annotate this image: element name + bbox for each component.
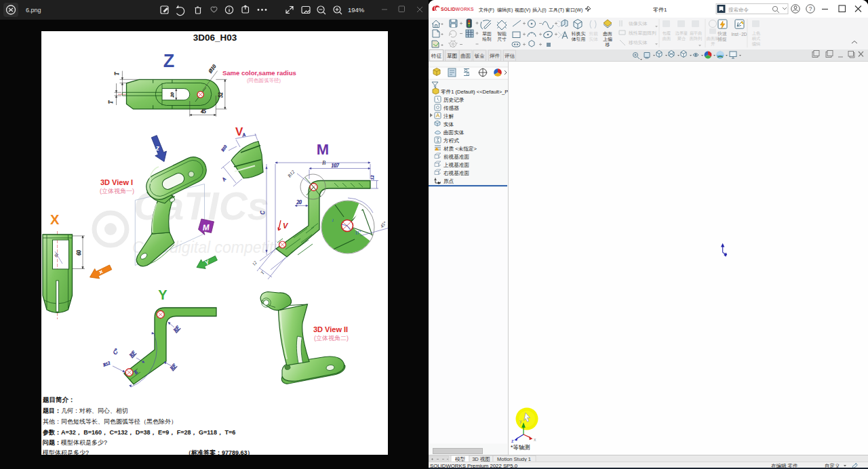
svg-text:A: A [220,176,227,183]
svg-text:其他：同色短线等长、同色圆弧等径（黑色除外）: 其他：同色短线等长、同色圆弧等径（黑色除外） [43,418,177,425]
svg-text:文件(F): 文件(F) [479,7,494,13]
svg-text:60: 60 [76,250,82,256]
svg-text:绘制: 绘制 [482,37,492,42]
svg-text:线性草图阵列: 线性草图阵列 [629,30,656,36]
svg-text:编辑: 编辑 [752,41,761,46]
svg-text:历史记录: 历史记录 [443,97,465,103]
svg-text:?: ? [809,5,812,12]
svg-text:实体: 实体 [443,121,454,127]
svg-text:快速: 快速 [717,31,727,36]
svg-text:RF: RF [168,363,178,372]
svg-text:曲面: 曲面 [460,53,471,59]
svg-text:视图(V): 视图(V) [515,7,530,13]
svg-text:注解: 注解 [443,113,454,119]
svg-text:Z: Z [163,51,175,71]
svg-text:原点: 原点 [443,178,454,184]
svg-text:草图: 草图 [482,31,492,37]
svg-text:模型体积是多少?: 模型体积是多少? [42,449,89,455]
svg-text:柄式: 柄式 [752,36,760,41]
svg-text:12: 12 [370,175,375,180]
svg-text:材质 <未指定>: 材质 <未指定> [443,146,477,152]
svg-text:3D View I: 3D View I [100,178,133,186]
svg-text:零件1: 零件1 [653,7,667,13]
svg-text:6.png: 6.png [26,7,41,14]
svg-text:传感器: 传感器 [443,105,459,111]
svg-text:题目：几何：对称、同心、相切: 题目：几何：对称、同心、相切 [42,407,128,414]
svg-text:R12: R12 [102,360,111,367]
svg-text:包覆: 包覆 [663,30,671,36]
svg-text:窗口(W): 窗口(W) [566,7,583,13]
svg-text:上偏: 上偏 [603,37,612,42]
svg-text:聚合: 聚合 [677,36,686,41]
svg-text:*等轴测: *等轴测 [511,444,530,451]
svg-text:转换实: 转换实 [572,31,586,37]
svg-text:零件1 (Default) <<Default>_PH: 零件1 (Default) <<Default>_PH [441,89,508,95]
svg-text:R12: R12 [286,169,296,179]
svg-text:1: 1 [332,218,334,223]
svg-text:前视基准面: 前视基准面 [443,154,469,160]
svg-text:评估: 评估 [505,53,515,59]
svg-text:20: 20 [170,92,175,98]
svg-text:尺寸: 尺寸 [497,37,507,42]
svg-text:X: X [50,212,60,227]
svg-text:捕捉: 捕捉 [717,37,727,42]
svg-text:插入(I): 插入(I) [532,7,547,13]
svg-text:z: z [511,439,514,443]
svg-text:3D View II: 3D View II [313,325,348,333]
svg-text:镜像实体: 镜像实体 [628,21,647,26]
svg-text:面阵列: 面阵列 [690,36,703,41]
svg-text:3D06_H03: 3D06_H03 [193,33,237,43]
svg-text:编辑(E): 编辑(E) [497,7,513,13]
svg-text:焊件: 焊件 [490,53,500,59]
svg-text:z: z [155,144,159,152]
svg-text:V: V [283,222,289,230]
svg-text:T: T [108,100,114,104]
svg-text:45°: 45° [379,220,388,229]
svg-text:智能: 智能 [497,31,507,37]
svg-text:Inst··2D: Inst··2D [731,32,747,37]
svg-text:曲面实体: 曲面实体 [443,129,465,136]
svg-text:（标准答案：97789.63）: （标准答案：97789.63） [185,449,254,455]
svg-text:工具(T): 工具(T) [549,7,564,13]
svg-text:实体: 实体 [589,37,598,41]
svg-text:边界凝: 边界凝 [675,30,688,36]
svg-text:开: 开 [711,41,715,46]
svg-text:草图: 草图 [447,53,457,59]
svg-text:钣金: 钣金 [474,53,486,59]
svg-text:x: x [534,437,536,442]
svg-text:参数：A=32， B=160， C=132， D: 参数：A=32， B=160， C=132， D=38， E=9， F=28， … [42,429,235,436]
svg-text:R10: R10 [220,144,229,153]
svg-text:(立体视角二): (立体视角二) [314,335,349,342]
svg-text:52: 52 [218,92,224,98]
svg-text:曲面: 曲面 [663,36,671,41]
svg-text:(同色圆弧等径): (同色圆弧等径) [247,77,281,83]
svg-text:107: 107 [331,163,339,169]
svg-text:(立体视角一): (立体视角一) [100,188,134,195]
svg-text:194%: 194% [348,6,365,14]
svg-text:方程式: 方程式 [443,138,459,144]
svg-text:搜索命令: 搜索命令 [728,7,749,13]
svg-text:剪裁: 剪裁 [589,31,598,37]
svg-text:右视基准面: 右视基准面 [443,170,469,176]
svg-text:RF: RF [172,325,181,334]
svg-text:上色: 上色 [752,30,761,35]
svg-text:M: M [317,141,329,158]
svg-text:移动实体: 移动实体 [629,40,647,45]
svg-text:问题：模型体积是多少?: 问题：模型体积是多少? [43,439,107,446]
svg-text:T: T [114,72,120,75]
svg-text:SOLIDWORKS: SOLIDWORKS [441,7,474,12]
svg-text:y: y [519,419,522,424]
svg-text:扁平曲: 扁平曲 [690,30,703,36]
svg-text:曲面: 曲面 [603,31,612,37]
svg-text:C°: C° [112,347,120,355]
svg-text:体引用: 体引用 [572,37,585,42]
svg-text:45: 45 [201,108,206,115]
svg-text:12: 12 [251,260,258,266]
svg-text:Same color,same radius: Same color,same radius [222,69,296,77]
svg-text:题目简介：: 题目简介： [42,396,75,403]
svg-text:移: 移 [606,42,610,47]
svg-text:特征: 特征 [431,53,442,59]
svg-text:RF: RF [127,350,137,359]
svg-text:上视基准面: 上视基准面 [443,162,469,168]
svg-text:20: 20 [296,199,302,205]
